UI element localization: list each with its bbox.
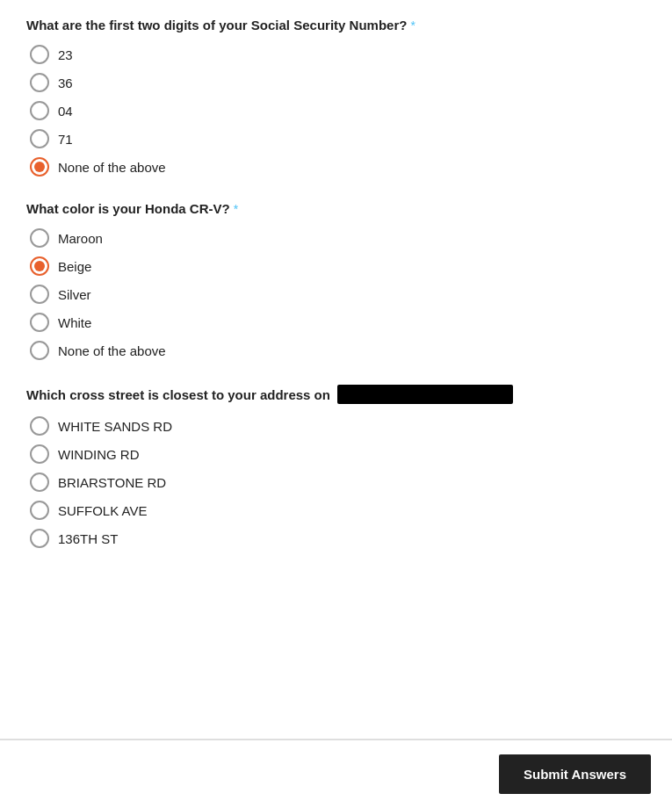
list-item[interactable]: Maroon bbox=[30, 228, 646, 248]
option-label: SUFFOLK AVE bbox=[58, 503, 147, 518]
submit-button[interactable]: Submit Answers bbox=[499, 754, 651, 794]
question-car-color: What color is your Honda CR-V? * Maroon … bbox=[26, 201, 646, 360]
question-ssn-label: What are the first two digits of your So… bbox=[26, 18, 646, 32]
radio-ssn-none[interactable] bbox=[30, 157, 49, 177]
required-star-color: * bbox=[234, 202, 238, 216]
list-item[interactable]: WHITE SANDS RD bbox=[30, 416, 646, 436]
radio-color-maroon[interactable] bbox=[30, 228, 49, 248]
option-label: BRIARSTONE RD bbox=[58, 475, 166, 490]
list-item[interactable]: Beige bbox=[30, 256, 646, 276]
list-item[interactable]: White bbox=[30, 313, 646, 332]
question-car-color-label: What color is your Honda CR-V? * bbox=[26, 201, 646, 216]
option-label: 04 bbox=[58, 104, 73, 119]
list-item[interactable]: 04 bbox=[30, 101, 646, 120]
page-container: What are the first two digits of your So… bbox=[0, 0, 672, 808]
radio-street-suffolk[interactable] bbox=[30, 501, 49, 520]
option-label: 36 bbox=[58, 76, 73, 90]
list-item[interactable]: 23 bbox=[30, 45, 646, 64]
radio-street-white-sands[interactable] bbox=[30, 416, 49, 436]
option-label: Silver bbox=[58, 287, 91, 302]
list-item[interactable]: WINDING RD bbox=[30, 444, 646, 464]
footer-bar: Submit Answers bbox=[0, 739, 672, 808]
ssn-options-list: 23 36 04 71 None of the above bbox=[26, 45, 646, 177]
option-label: None of the above bbox=[58, 160, 166, 175]
question-car-color-text: What color is your Honda CR-V? bbox=[26, 201, 230, 216]
radio-ssn-23[interactable] bbox=[30, 45, 49, 64]
radio-ssn-36[interactable] bbox=[30, 73, 49, 92]
option-label: None of the above bbox=[58, 343, 166, 358]
radio-street-136th[interactable] bbox=[30, 529, 49, 548]
option-label: Beige bbox=[58, 259, 91, 274]
list-item[interactable]: BRIARSTONE RD bbox=[30, 473, 646, 492]
list-item[interactable]: None of the above bbox=[30, 157, 646, 177]
required-star-ssn: * bbox=[410, 18, 415, 32]
list-item[interactable]: 136TH ST bbox=[30, 529, 646, 548]
radio-ssn-04[interactable] bbox=[30, 101, 49, 120]
option-label: Maroon bbox=[58, 231, 103, 246]
option-label: White bbox=[58, 315, 91, 330]
radio-street-briarstone[interactable] bbox=[30, 473, 49, 492]
radio-color-white[interactable] bbox=[30, 313, 49, 332]
list-item[interactable]: Silver bbox=[30, 285, 646, 304]
question-cross-street-label: Which cross street is closest to your ad… bbox=[26, 385, 646, 404]
question-ssn: What are the first two digits of your So… bbox=[26, 18, 646, 177]
redacted-address bbox=[337, 385, 513, 404]
question-ssn-text: What are the first two digits of your So… bbox=[26, 18, 407, 32]
radio-color-beige[interactable] bbox=[30, 256, 49, 276]
radio-ssn-71[interactable] bbox=[30, 129, 49, 148]
list-item[interactable]: 71 bbox=[30, 129, 646, 148]
option-label: 71 bbox=[58, 132, 73, 147]
list-item[interactable]: None of the above bbox=[30, 341, 646, 360]
color-options-list: Maroon Beige Silver White None of the ab… bbox=[26, 228, 646, 360]
street-options-list: WHITE SANDS RD WINDING RD BRIARSTONE RD … bbox=[26, 416, 646, 548]
option-label: WHITE SANDS RD bbox=[58, 419, 172, 434]
radio-color-none[interactable] bbox=[30, 341, 49, 360]
question-cross-street-text: Which cross street is closest to your ad… bbox=[26, 387, 330, 402]
form-content: What are the first two digits of your So… bbox=[0, 0, 672, 739]
radio-street-winding[interactable] bbox=[30, 444, 49, 464]
question-cross-street: Which cross street is closest to your ad… bbox=[26, 385, 646, 548]
option-label: WINDING RD bbox=[58, 447, 140, 462]
option-label: 136TH ST bbox=[58, 531, 118, 546]
list-item[interactable]: 36 bbox=[30, 73, 646, 92]
option-label: 23 bbox=[58, 47, 73, 62]
radio-color-silver[interactable] bbox=[30, 285, 49, 304]
list-item[interactable]: SUFFOLK AVE bbox=[30, 501, 646, 520]
